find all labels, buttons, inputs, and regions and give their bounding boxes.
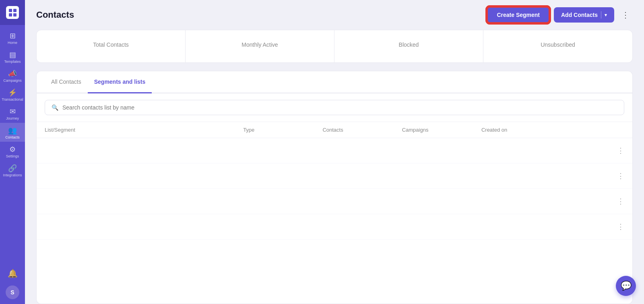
header: Contacts Create Segment Add Contacts ▾ ⋮ [25,0,644,30]
sidebar-label-settings: Settings [6,154,19,158]
col-created-on: Created on [481,127,601,133]
sidebar: ⊞ Home ▤ Templates 📣 Campaigns ⚡ Transac… [0,0,25,304]
stat-total-contacts: Total Contacts [37,30,186,62]
stat-blocked-label: Blocked [343,41,475,48]
tab-segments-lists[interactable]: Segments and lists [88,71,152,93]
sidebar-item-settings[interactable]: ⚙ Settings [0,142,25,161]
row-more-button[interactable]: ⋮ [601,222,624,231]
content-area: 🔍 List/Segment Type Contacts Campaigns C… [36,93,633,304]
row-more-button[interactable]: ⋮ [601,146,624,155]
button-divider [601,11,601,19]
templates-icon: ▤ [9,51,16,58]
search-bar: 🔍 [37,93,632,122]
table-header: List/Segment Type Contacts Campaigns Cre… [37,122,632,138]
sidebar-nav: ⊞ Home ▤ Templates 📣 Campaigns ⚡ Transac… [0,25,25,265]
bell-icon[interactable]: 🔔 [4,265,21,281]
sidebar-item-campaigns[interactable]: 📣 Campaigns [0,66,25,85]
stat-total-contacts-label: Total Contacts [45,41,177,48]
page-title: Contacts [36,10,74,20]
search-input[interactable] [62,104,617,111]
sidebar-label-contacts: Contacts [5,135,20,139]
campaigns-icon: 📣 [8,70,17,77]
sidebar-bottom: 🔔 S [4,265,21,304]
transactional-icon: ⚡ [8,89,17,96]
create-segment-button[interactable]: Create Segment [487,6,550,23]
sidebar-item-integrations[interactable]: 🔗 Integrations [0,161,25,180]
journey-icon: ✉ [10,108,16,115]
chat-icon: 💬 [621,281,632,291]
sidebar-item-templates[interactable]: ▤ Templates [0,47,25,66]
stats-container: Total Contacts Monthly Active Blocked Un… [36,30,633,63]
tab-all-contacts[interactable]: All Contacts [45,71,88,93]
chevron-down-icon: ▾ [605,12,607,18]
col-list-segment: List/Segment [45,127,243,133]
search-icon: 🔍 [52,104,58,111]
stat-unsubscribed-label: Unsubscribed [491,41,624,48]
stat-monthly-active-label: Monthly Active [194,41,326,48]
col-actions [601,127,624,133]
row-more-button[interactable]: ⋮ [601,197,624,206]
col-type: Type [243,127,322,133]
contacts-icon: 👥 [8,127,17,134]
integrations-icon: 🔗 [8,165,17,172]
sidebar-label-campaigns: Campaigns [3,79,22,83]
col-campaigns: Campaigns [402,127,481,133]
sidebar-logo[interactable] [0,0,25,25]
stat-monthly-active: Monthly Active [186,30,334,62]
sidebar-label-templates: Templates [4,60,21,64]
chat-widget[interactable]: 💬 [616,276,636,296]
main-content: Contacts Create Segment Add Contacts ▾ ⋮… [25,0,644,304]
sidebar-item-home[interactable]: ⊞ Home [0,28,25,47]
table-row: ⋮ [37,189,632,214]
row-more-button[interactable]: ⋮ [601,172,624,180]
more-options-button[interactable]: ⋮ [618,8,633,21]
table-row: ⋮ [37,163,632,189]
tabs: All Contacts Segments and lists [37,71,632,93]
add-contacts-button[interactable]: Add Contacts ▾ [554,7,614,23]
sidebar-item-journey[interactable]: ✉ Journey [0,104,25,123]
sidebar-item-contacts[interactable]: 👥 Contacts [0,123,25,142]
tabs-section: All Contacts Segments and lists [36,71,633,93]
search-input-wrapper: 🔍 [45,100,624,115]
stat-blocked: Blocked [334,30,483,62]
settings-icon: ⚙ [9,146,16,153]
add-contacts-label: Add Contacts [561,12,598,18]
sidebar-item-transactional[interactable]: ⚡ Transactional [0,85,25,104]
table-row: ⋮ [37,214,632,240]
sidebar-label-home: Home [8,41,17,45]
sidebar-label-transactional: Transactional [2,97,23,101]
stat-unsubscribed: Unsubscribed [483,30,632,62]
user-avatar[interactable]: S [6,285,19,299]
sidebar-label-journey: Journey [6,116,19,120]
col-contacts: Contacts [322,127,402,133]
sidebar-label-integrations: Integrations [3,173,22,177]
home-icon: ⊞ [10,32,16,39]
header-actions: Create Segment Add Contacts ▾ ⋮ [487,6,633,23]
table-row: ⋮ [37,138,632,163]
